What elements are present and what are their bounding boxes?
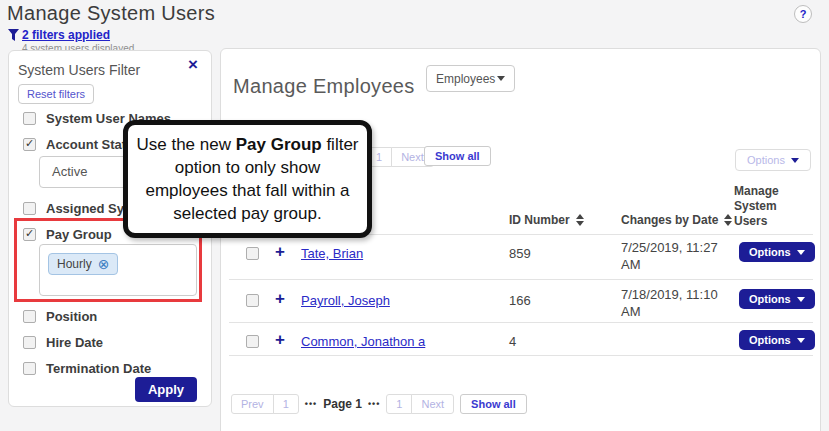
show-all-button[interactable]: Show all xyxy=(460,394,527,414)
screen: Manage System Users 2 filters applied 4 … xyxy=(0,0,829,431)
reset-filters-button[interactable]: Reset filters xyxy=(18,84,94,104)
prev-button[interactable]: Prev xyxy=(231,394,274,414)
employee-name-link[interactable]: Tate, Brian xyxy=(301,246,363,261)
options-label: Options xyxy=(749,246,791,258)
chevron-down-icon xyxy=(797,250,805,255)
changes-by-date-cell: 7/18/2019, 11:10 AM xyxy=(621,286,733,320)
chevron-down-icon xyxy=(797,338,805,343)
checkbox-system-user-names[interactable] xyxy=(23,112,36,125)
chevron-down-icon xyxy=(797,297,805,302)
sort-icon xyxy=(724,214,732,226)
filters-applied[interactable]: 2 filters applied xyxy=(8,28,110,42)
show-all-button[interactable]: Show all xyxy=(424,146,491,166)
checkbox-termination-date[interactable] xyxy=(23,362,36,375)
row-options-button[interactable]: Options xyxy=(739,330,815,350)
checkbox-assigned-system[interactable] xyxy=(23,202,36,215)
help-icon: ? xyxy=(800,8,807,20)
filter-label: Hire Date xyxy=(46,335,103,350)
account-status-value: Active xyxy=(52,164,87,179)
column-header-label: ID Number xyxy=(509,213,570,227)
expand-plus-icon[interactable]: + xyxy=(275,243,285,260)
ellipsis: ••• xyxy=(305,399,317,409)
pay-group-callout: Use the new Pay Group filter option to o… xyxy=(123,120,372,238)
column-header-id-number[interactable]: ID Number xyxy=(509,213,584,227)
ellipsis: ••• xyxy=(368,399,380,409)
row-checkbox[interactable] xyxy=(246,294,259,307)
pay-group-input[interactable]: Hourly ⊗ xyxy=(39,244,197,296)
row-checkbox[interactable] xyxy=(246,335,259,348)
filter-row-termination-date[interactable]: Termination Date xyxy=(23,361,151,376)
chevron-down-icon xyxy=(497,76,505,81)
options-label: Options xyxy=(749,293,791,305)
row-divider xyxy=(229,322,813,323)
filter-label: Position xyxy=(46,309,97,324)
id-number-cell: 859 xyxy=(509,246,531,261)
filter-label: Termination Date xyxy=(46,361,151,376)
filters-applied-link[interactable]: 2 filters applied xyxy=(22,28,110,42)
filter-row-pay-group[interactable]: Pay Group xyxy=(23,227,112,242)
row-divider xyxy=(229,279,813,280)
expand-plus-icon[interactable]: + xyxy=(275,331,285,348)
pay-group-tag-label: Hourly xyxy=(57,257,92,271)
view-dropdown-value: Employees xyxy=(436,72,495,86)
next-button[interactable]: Next xyxy=(411,394,454,414)
row-checkbox[interactable] xyxy=(246,247,259,260)
checkbox-pay-group[interactable] xyxy=(23,228,36,241)
checkbox-account-status[interactable] xyxy=(23,138,36,151)
apply-button[interactable]: Apply xyxy=(135,377,197,402)
checkbox-hire-date[interactable] xyxy=(23,336,36,349)
pay-group-tag: Hourly ⊗ xyxy=(48,253,118,275)
changes-by-date-cell: 7/25/2019, 11:27 AM xyxy=(621,239,733,273)
row-divider xyxy=(229,355,813,356)
column-header-label: Changes by Date xyxy=(621,213,718,227)
employee-name-link[interactable]: Common, Jonathon a xyxy=(301,334,425,349)
next-page-group: 1 Next xyxy=(386,394,454,414)
view-dropdown[interactable]: Employees xyxy=(426,65,515,92)
filter-row-hire-date[interactable]: Hire Date xyxy=(23,335,103,350)
manage-employees-panel: Manage Employees Employees 1 Next Show a… xyxy=(220,48,821,431)
sort-icon xyxy=(576,214,584,226)
id-number-cell: 4 xyxy=(509,334,516,349)
options-label: Options xyxy=(749,334,791,346)
current-page-label: Page 1 xyxy=(323,397,362,411)
filter-funnel-icon xyxy=(8,29,19,41)
callout-text-bold: Pay Group xyxy=(236,135,322,154)
close-icon[interactable]: × xyxy=(188,56,198,73)
column-header-manage-system-users: Manage System Users xyxy=(734,184,792,229)
expand-plus-icon[interactable]: + xyxy=(275,290,285,307)
employee-name-link[interactable]: Payroll, Joseph xyxy=(301,293,390,308)
id-number-cell: 166 xyxy=(509,293,531,308)
filter-label: Pay Group xyxy=(46,227,112,242)
options-button-header[interactable]: Options xyxy=(735,149,811,171)
page-title: Manage System Users xyxy=(7,2,215,25)
row-options-button[interactable]: Options xyxy=(739,242,815,262)
page-1-button[interactable]: 1 xyxy=(273,394,299,414)
row-options-button[interactable]: Options xyxy=(739,289,815,309)
column-header-changes-by-date[interactable]: Changes by Date xyxy=(621,213,732,227)
filter-panel-title: System Users Filter xyxy=(18,62,140,78)
options-label: Options xyxy=(747,154,785,166)
callout-text: Use the new xyxy=(136,135,235,154)
checkbox-position[interactable] xyxy=(23,310,36,323)
bottom-pagination: Prev 1 ••• Page 1 ••• 1 Next Show all xyxy=(231,394,527,414)
manage-employees-title: Manage Employees xyxy=(233,75,415,98)
filter-row-position[interactable]: Position xyxy=(23,309,97,324)
help-button[interactable]: ? xyxy=(794,5,812,23)
page-1-button[interactable]: 1 xyxy=(386,394,412,414)
prev-page-group: Prev 1 xyxy=(231,394,299,414)
remove-tag-icon[interactable]: ⊗ xyxy=(98,257,110,271)
chevron-down-icon xyxy=(791,158,799,163)
